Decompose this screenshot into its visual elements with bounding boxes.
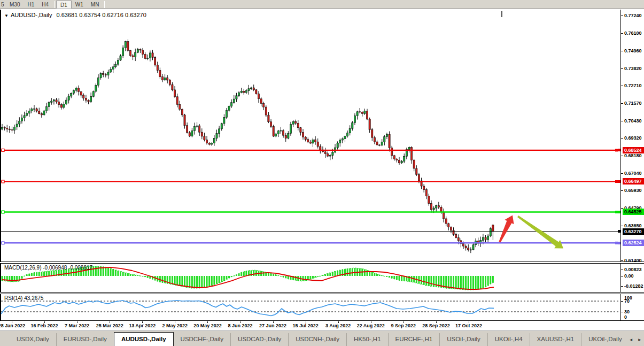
candle bbox=[300, 128, 301, 133]
candle bbox=[389, 134, 390, 148]
macd-histogram-bar bbox=[423, 276, 425, 285]
price-tick-label: 0.77240 bbox=[624, 13, 642, 18]
macd-chart[interactable] bbox=[1, 264, 619, 292]
macd-histogram-bar bbox=[472, 276, 474, 290]
macd-histogram-bar bbox=[335, 271, 336, 276]
macd-histogram-bar bbox=[223, 276, 225, 281]
candle bbox=[137, 49, 138, 52]
candle bbox=[418, 175, 420, 181]
candle bbox=[117, 60, 119, 64]
macd-histogram-bar bbox=[117, 271, 119, 276]
tab-audusd-daily[interactable]: AUDUSD-,Daily bbox=[114, 332, 174, 346]
macd-axis[interactable]: 0.008230.00-0.01282 bbox=[620, 264, 644, 292]
candle bbox=[181, 109, 183, 115]
macd-histogram-bar bbox=[457, 276, 459, 289]
tab-eurchf-h1[interactable]: EURCHF-,H1 bbox=[388, 333, 440, 346]
tab-eurusd-daily[interactable]: EURUSD-,Daily bbox=[56, 333, 114, 346]
macd-histogram-bar bbox=[393, 276, 395, 279]
macd-histogram-bar bbox=[421, 276, 422, 285]
candle bbox=[110, 70, 111, 72]
candle bbox=[36, 109, 37, 111]
tab-usdcnh-daily[interactable]: USDCNH-,Daily bbox=[288, 333, 346, 346]
macd-tick bbox=[621, 270, 623, 270]
tab-ukoil-h4[interactable]: UKOil-,H4 bbox=[487, 333, 530, 346]
macd-histogram-bar bbox=[288, 276, 289, 279]
date-label: 9 Sep 2022 bbox=[391, 323, 416, 328]
candlestick-chart[interactable] bbox=[1, 10, 619, 261]
macd-histogram-bar bbox=[179, 276, 181, 286]
tab-scroll-buttons: ◄► bbox=[629, 333, 642, 346]
toolbar-separator bbox=[54, 1, 55, 8]
candle bbox=[258, 94, 259, 98]
macd-histogram-bar bbox=[399, 276, 400, 280]
macd-histogram-bar bbox=[184, 276, 185, 287]
timeframe-button-h4[interactable]: H4 bbox=[38, 1, 52, 9]
candle bbox=[344, 136, 346, 139]
timeframe-button-w1[interactable]: W1 bbox=[72, 1, 87, 9]
candle bbox=[75, 88, 77, 90]
candle bbox=[393, 156, 395, 159]
price-tick bbox=[621, 86, 623, 86]
candle bbox=[265, 107, 267, 115]
candle bbox=[53, 100, 55, 101]
candle bbox=[371, 129, 373, 137]
candle bbox=[485, 237, 486, 240]
timeframe-button-d1[interactable]: D1 bbox=[56, 1, 72, 9]
macd-histogram-bar bbox=[477, 276, 479, 289]
candle bbox=[320, 147, 321, 150]
candle bbox=[157, 65, 158, 71]
price-axis[interactable]: 0.772400.761000.749600.738200.727100.715… bbox=[620, 10, 644, 262]
rsi-panel[interactable]: RSI(14) 43.2675 10070300 bbox=[0, 294, 644, 321]
macd-histogram-bar bbox=[161, 276, 163, 282]
scroll-right-icon[interactable]: ► bbox=[638, 337, 642, 342]
tab-ukoil-daily[interactable]: UKOil-,Daily bbox=[581, 333, 629, 346]
tab-usdcad-daily[interactable]: USDCAD-,Daily bbox=[230, 333, 288, 346]
candle bbox=[13, 127, 15, 130]
timeframe-button-m30[interactable]: M30 bbox=[6, 1, 24, 9]
tab-usdx-daily[interactable]: USDX,Daily bbox=[10, 333, 56, 346]
bullish-arrow[interactable] bbox=[499, 216, 514, 243]
tab-usoil-daily[interactable]: USOil-,Daily bbox=[439, 333, 487, 346]
macd-histogram-bar bbox=[492, 276, 494, 283]
macd-histogram-bar bbox=[465, 276, 467, 290]
rsi-axis[interactable]: 10070300 bbox=[620, 294, 644, 320]
candle bbox=[482, 237, 484, 241]
date-axis[interactable]: 28 Jan 202216 Feb 20227 Mar 202225 Mar 2… bbox=[0, 321, 644, 330]
candle bbox=[337, 143, 338, 148]
candle bbox=[280, 130, 282, 131]
candle bbox=[354, 116, 355, 122]
candle bbox=[416, 168, 417, 175]
candle bbox=[51, 101, 52, 103]
macd-histogram-bar bbox=[354, 268, 355, 276]
macd-histogram-bar bbox=[181, 276, 183, 287]
scroll-left-icon[interactable]: ◄ bbox=[629, 337, 633, 342]
candle bbox=[305, 137, 306, 140]
rsi-chart[interactable] bbox=[1, 294, 619, 320]
date-label: 7 Mar 2022 bbox=[65, 323, 89, 328]
candle bbox=[21, 118, 22, 121]
macd-tick-label: 0.00 bbox=[624, 273, 634, 279]
price-tick bbox=[621, 103, 623, 104]
candle bbox=[453, 230, 454, 235]
candle bbox=[48, 103, 50, 107]
timeframe-button-h1[interactable]: H1 bbox=[24, 1, 38, 9]
macd-histogram-bar bbox=[253, 270, 254, 276]
candle bbox=[233, 99, 235, 103]
tab-hk50-h1[interactable]: HK50-,H1 bbox=[346, 333, 388, 346]
chevron-down-icon[interactable]: ▼ bbox=[4, 13, 9, 18]
candle bbox=[283, 130, 284, 135]
macd-histogram-bar bbox=[193, 276, 195, 288]
tab-usdchf-daily[interactable]: USDCHF-,Daily bbox=[174, 333, 231, 346]
macd-histogram-bar bbox=[295, 276, 297, 280]
candle bbox=[56, 100, 57, 102]
timeframe-button-5[interactable]: 5 bbox=[0, 1, 6, 9]
price-chart-panel[interactable]: ▼AUDUSD-,Daily0.63681 0.63754 0.62716 0.… bbox=[0, 10, 644, 262]
timeframe-button-mn[interactable]: MN bbox=[87, 1, 103, 9]
macd-histogram-bar bbox=[270, 273, 272, 276]
tab-xauusd-h1[interactable]: XAUUSD-,H1 bbox=[530, 333, 581, 346]
macd-panel[interactable]: MACD(12,26,9) -0.006948 -0.008817 0.0082… bbox=[0, 263, 644, 293]
candle bbox=[100, 73, 102, 78]
candle bbox=[430, 204, 432, 210]
price-tick-label: 0.76100 bbox=[624, 30, 642, 36]
badge-anchor bbox=[618, 180, 620, 183]
